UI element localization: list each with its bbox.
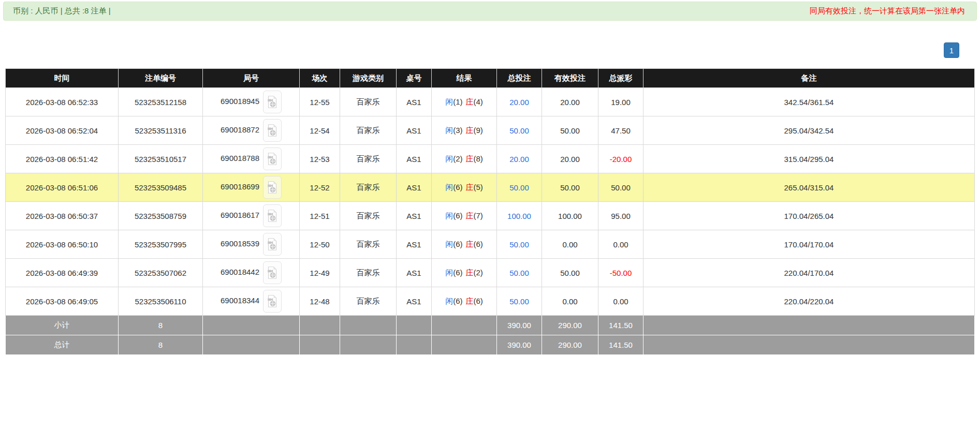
subtotal-count: 8 — [119, 316, 203, 335]
cell-table-no: AS1 — [397, 145, 432, 173]
result-banker: 庄 — [466, 126, 474, 135]
header-valid-bet: 有效投注 — [542, 69, 598, 88]
cell-valid-bet: 50.00 — [542, 116, 598, 145]
video-file-icon[interactable] — [263, 233, 282, 256]
subtotal-total-bet: 390.00 — [497, 316, 542, 335]
header-total-bet: 总投注 — [497, 69, 542, 88]
cell-round-id: 690018945 — [203, 88, 300, 116]
video-file-icon[interactable] — [263, 119, 282, 142]
cell-game-type: 百家乐 — [340, 287, 397, 316]
cell-game-type: 百家乐 — [340, 230, 397, 259]
cell-payout: 95.00 — [598, 202, 643, 230]
result-player: 闲 — [445, 268, 453, 277]
cell-total-bet: 50.00 — [497, 230, 542, 259]
cell-round-id: 690018617 — [203, 202, 300, 230]
result-player: 闲 — [445, 240, 453, 248]
cell-remark: 342.54/361.54 — [643, 88, 975, 116]
page-1-button[interactable]: 1 — [944, 42, 959, 58]
cell-session: 12-50 — [300, 230, 340, 259]
cell-session: 12-51 — [300, 202, 340, 230]
cell-table-no: AS1 — [397, 116, 432, 145]
cell-game-type: 百家乐 — [340, 116, 397, 145]
header-time: 时间 — [6, 69, 119, 88]
cell-valid-bet: 100.00 — [542, 202, 598, 230]
table-row: 2026-03-08 06:52:04 523253511316 6900188… — [6, 116, 975, 145]
video-file-icon[interactable] — [263, 176, 282, 199]
result-player: 闲 — [445, 211, 453, 220]
result-banker-count: (6) — [474, 240, 483, 248]
cell-result: 闲(6)庄(2) — [432, 259, 497, 287]
cell-time: 2026-03-08 06:52:33 — [6, 88, 119, 116]
video-file-icon[interactable] — [263, 204, 282, 227]
cell-session: 12-52 — [300, 173, 340, 202]
video-file-icon[interactable] — [263, 91, 282, 113]
cell-remark: 295.04/342.54 — [643, 116, 975, 145]
result-player-count: (6) — [453, 297, 462, 305]
result-banker-count: (6) — [474, 297, 483, 305]
video-file-icon[interactable] — [263, 261, 282, 284]
video-file-icon[interactable] — [263, 147, 282, 170]
cell-bet-id: 523253507062 — [119, 259, 203, 287]
cell-game-type: 百家乐 — [340, 145, 397, 173]
cell-valid-bet: 20.00 — [542, 145, 598, 173]
cell-table-no: AS1 — [397, 173, 432, 202]
table-row: 2026-03-08 06:52:33 523253512158 6900189… — [6, 88, 975, 116]
cell-game-type: 百家乐 — [340, 173, 397, 202]
cell-table-no: AS1 — [397, 259, 432, 287]
header-game-type: 游戏类别 — [340, 69, 397, 88]
cell-table-no: AS1 — [397, 88, 432, 116]
cell-result: 闲(6)庄(6) — [432, 287, 497, 316]
table-row: 2026-03-08 06:49:39 523253507062 6900184… — [6, 259, 975, 287]
cell-total-bet: 20.00 — [497, 88, 542, 116]
result-player-count: (3) — [453, 126, 462, 135]
cell-result: 闲(1)庄(4) — [432, 88, 497, 116]
result-player: 闲 — [445, 126, 453, 135]
subtotal-label: 小计 — [6, 316, 119, 335]
total-bet-link[interactable]: 50.00 — [509, 269, 529, 277]
result-player-count: (6) — [453, 211, 462, 220]
cell-bet-id: 523253512158 — [119, 88, 203, 116]
total-bet-link[interactable]: 50.00 — [509, 126, 529, 135]
cell-round-id: 690018699 — [203, 173, 300, 202]
summary-bar: 币别 : 人民币 | 总共 :8 注单 | 同局有效投注，统一计算在该局第一张注… — [3, 2, 977, 21]
grand-total-payout: 141.50 — [598, 335, 643, 355]
cell-round-id: 690018788 — [203, 145, 300, 173]
total-bet-link[interactable]: 50.00 — [509, 297, 529, 306]
result-banker-count: (4) — [474, 97, 483, 106]
cell-table-no: AS1 — [397, 202, 432, 230]
result-banker: 庄 — [466, 97, 474, 106]
cell-time: 2026-03-08 06:50:37 — [6, 202, 119, 230]
cell-result: 闲(6)庄(6) — [432, 230, 497, 259]
cell-result: 闲(3)庄(9) — [432, 116, 497, 145]
cell-remark: 170.04/265.04 — [643, 202, 975, 230]
cell-round-id: 690018344 — [203, 287, 300, 316]
subtotal-row: 小计 8 390.00 290.00 141.50 — [6, 316, 975, 335]
video-file-icon[interactable] — [263, 290, 282, 313]
table-row: 2026-03-08 06:49:05 523253506110 6900183… — [6, 287, 975, 316]
total-bet-link[interactable]: 100.00 — [507, 212, 531, 220]
cell-result: 闲(2)庄(8) — [432, 145, 497, 173]
header-table-no: 桌号 — [397, 69, 432, 88]
result-player-count: (2) — [453, 154, 462, 163]
cell-total-bet: 20.00 — [497, 145, 542, 173]
cell-remark: 220.04/220.04 — [643, 287, 975, 316]
total-bet-link[interactable]: 50.00 — [509, 240, 529, 249]
round-id-text: 690018539 — [221, 239, 259, 248]
cell-remark: 170.04/170.04 — [643, 230, 975, 259]
total-bet-link[interactable]: 20.00 — [509, 155, 529, 164]
round-id-text: 690018442 — [221, 268, 259, 276]
cell-total-bet: 50.00 — [497, 116, 542, 145]
round-id-text: 690018788 — [221, 154, 259, 162]
total-bet-link[interactable]: 20.00 — [509, 98, 529, 107]
cell-payout: 0.00 — [598, 230, 643, 259]
result-player-count: (6) — [453, 240, 462, 248]
cell-game-type: 百家乐 — [340, 259, 397, 287]
result-player: 闲 — [445, 297, 453, 305]
round-id-text: 690018344 — [221, 296, 259, 305]
total-bet-link[interactable]: 50.00 — [509, 183, 529, 192]
cell-remark: 265.04/315.04 — [643, 173, 975, 202]
cell-remark: 220.04/170.04 — [643, 259, 975, 287]
result-player: 闲 — [445, 154, 453, 163]
cell-bet-id: 523253506110 — [119, 287, 203, 316]
cell-payout: -50.00 — [598, 259, 643, 287]
